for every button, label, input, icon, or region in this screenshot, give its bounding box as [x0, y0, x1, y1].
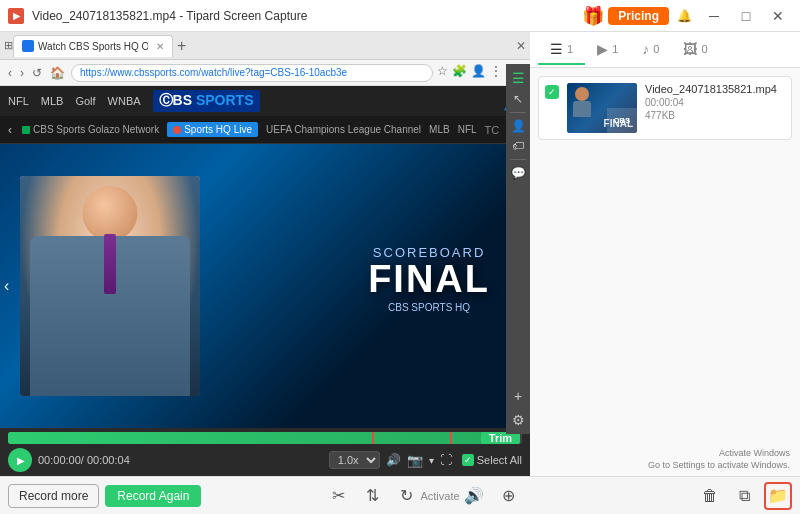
sub-nav-hq[interactable]: Sports HQ Live: [167, 122, 258, 137]
time-display: 00:00:00/ 00:00:04: [38, 454, 130, 466]
browser-tabs: ⊞ Watch CBS Sports HQ Online - L ✕ + ✕: [0, 32, 530, 60]
volume-icon[interactable]: 🔊: [386, 453, 401, 467]
video-tab-icon: ▶: [597, 41, 608, 57]
refresh-icon[interactable]: ↻: [392, 482, 420, 510]
sub-nav-golazo[interactable]: CBS Sports Golazo Network: [22, 124, 159, 135]
sub-nav-ucl[interactable]: UEFA Champions League Channel: [266, 124, 421, 135]
tab-audio[interactable]: ♪ 0: [630, 35, 671, 65]
settings-icon[interactable]: ⋮: [490, 64, 502, 82]
nav-nfl[interactable]: NFL: [8, 95, 29, 107]
checkmark-icon: ✓: [464, 455, 472, 465]
camera-icon[interactable]: 📷: [407, 453, 423, 468]
select-all-checkbox[interactable]: ✓: [462, 454, 474, 466]
camera-dropdown-icon[interactable]: ▾: [429, 455, 434, 466]
sub-nav-nfl[interactable]: NFL: [458, 124, 477, 135]
copy-button[interactable]: ⧉: [730, 482, 758, 510]
address-bar[interactable]: https://www.cbssports.com/watch/live?tag…: [71, 64, 433, 82]
cbs-hero: ‹ SCOREBOARD FINAL: [0, 144, 530, 428]
folder-button[interactable]: 📁: [764, 482, 792, 510]
video-item-duration: 00:00:04: [645, 97, 785, 108]
new-tab-button[interactable]: +: [173, 37, 190, 55]
video-item-size: 477KB: [645, 110, 785, 121]
bell-icon: 🔔: [677, 9, 692, 23]
video-item-name: Video_240718135821.mp4: [645, 83, 785, 95]
browser-tab-active[interactable]: Watch CBS Sports HQ Online - L ✕: [13, 35, 173, 57]
toolbar-chat-icon[interactable]: 💬: [511, 166, 526, 180]
delete-button[interactable]: 🗑: [696, 482, 724, 510]
extensions-icon[interactable]: 🧩: [452, 64, 467, 82]
tab-video-count-2: 1: [612, 43, 618, 55]
scissors-icon[interactable]: ✂: [324, 482, 352, 510]
tab-audio-count: 0: [653, 43, 659, 55]
star-icon[interactable]: ☆: [437, 64, 448, 82]
speed-selector[interactable]: 1.0x 0.5x 1.5x 2.0x: [329, 451, 380, 469]
nav-wnba[interactable]: WNBA: [108, 95, 141, 107]
title-bar: ▶ Video_240718135821.mp4 - Tipard Screen…: [0, 0, 800, 32]
equalizer-icon[interactable]: ⇅: [358, 482, 386, 510]
record-more-button[interactable]: Record more: [8, 484, 99, 508]
list-tab-icon: ☰: [550, 41, 563, 57]
browser-menu-icon[interactable]: ✕: [516, 39, 526, 53]
record-again-button[interactable]: Record Again: [105, 485, 201, 507]
profile-icon[interactable]: 👤: [471, 64, 486, 82]
sub-nav-more[interactable]: TC: [485, 124, 500, 136]
refresh-button[interactable]: ↺: [30, 66, 44, 80]
cbs-sports-site: NFL MLB Golf WNBA ⒸBS SPORTS 👤 ‹ CBS Spo…: [0, 86, 530, 428]
toolbar-tag-icon[interactable]: 🏷: [512, 139, 524, 153]
close-button[interactable]: ✕: [764, 2, 792, 30]
tab-favicon: [22, 40, 34, 52]
cbs-top-nav: NFL MLB Golf WNBA ⒸBS SPORTS 👤: [0, 86, 530, 116]
play-button[interactable]: ▶: [8, 448, 32, 472]
timeline-wrapper: Trim: [8, 432, 522, 444]
right-tabs: ☰ 1 ▶ 1 ♪ 0 🖼 0: [530, 32, 800, 68]
select-all-label[interactable]: ✓ Select All: [462, 454, 522, 466]
timeline-bar[interactable]: Trim: [8, 432, 522, 444]
tab-video-list[interactable]: ☰ 1: [538, 35, 585, 65]
browser-navigation-arrows: ⊞: [4, 39, 13, 52]
window-title: Video_240718135821.mp4 - Tipard Screen C…: [32, 9, 307, 23]
nav-golf[interactable]: Golf: [75, 95, 95, 107]
cbs-sports-logo: ⒸBS SPORTS: [153, 90, 260, 112]
toolbar-add-icon[interactable]: +: [514, 388, 522, 404]
speaker-icon[interactable]: 🔊: [460, 482, 488, 510]
tab-label: Watch CBS Sports HQ Online - L: [38, 41, 148, 52]
cbs-nav-back[interactable]: ‹: [6, 123, 14, 137]
tab-image[interactable]: 🖼 0: [671, 35, 719, 65]
select-all-text: Select All: [477, 454, 522, 466]
maximize-button[interactable]: □: [732, 2, 760, 30]
hero-back-button[interactable]: ‹: [4, 277, 9, 295]
nav-mlb[interactable]: MLB: [41, 95, 64, 107]
cbs-sub-nav: ‹ CBS Sports Golazo Network Sports HQ Li…: [0, 116, 530, 144]
toolbar-cursor-icon[interactable]: ↖: [513, 92, 523, 106]
pricing-button[interactable]: Pricing: [608, 7, 669, 25]
browser-area: ⊞ Watch CBS Sports HQ Online - L ✕ + ✕ ‹…: [0, 32, 530, 428]
sub-nav-mlb[interactable]: MLB: [429, 124, 450, 135]
toolbar-user-icon[interactable]: 👤: [511, 119, 526, 133]
activate-line2: Go to Settings to activate Windows.: [648, 459, 790, 472]
back-button[interactable]: ‹: [6, 66, 14, 80]
more-options-icon[interactable]: ⊕: [494, 482, 522, 510]
toolbar-settings-icon[interactable]: ⚙: [512, 412, 525, 428]
hq-icon: [173, 126, 181, 134]
hero-subtitle: CBS SPORTS HQ: [368, 302, 490, 313]
tab-video[interactable]: ▶ 1: [585, 35, 630, 65]
address-text: https://www.cbssports.com/watch/live?tag…: [80, 67, 347, 78]
toolbar-separator-1: [510, 112, 526, 113]
playback-row: ▶ 00:00:00/ 00:00:04 1.0x 0.5x 1.5x 2.0x…: [8, 448, 522, 472]
forward-button[interactable]: ›: [18, 66, 26, 80]
right-panel: ☰ 1 ▶ 1 ♪ 0 🖼 0 ✓: [530, 32, 800, 514]
fullscreen-icon[interactable]: ⛶: [440, 453, 452, 467]
title-bar-left: ▶ Video_240718135821.mp4 - Tipard Screen…: [8, 8, 307, 24]
video-list-item: ✓ FINAL CBS: [538, 76, 792, 140]
home-button[interactable]: 🏠: [48, 66, 67, 80]
minimize-button[interactable]: ─: [700, 2, 728, 30]
audio-tab-icon: ♪: [642, 41, 649, 57]
windows-activation-notice: Activate Windows Go to Settings to activ…: [648, 447, 790, 472]
bottom-bar: Record more Record Again ✂ ⇅ ↻ Activate …: [0, 476, 530, 514]
video-item-info: Video_240718135821.mp4 00:00:04 477KB: [645, 83, 785, 133]
video-item-checkbox[interactable]: ✓: [545, 85, 559, 99]
grid-icon[interactable]: ⊞: [4, 39, 13, 52]
tab-close-icon[interactable]: ✕: [156, 41, 164, 52]
image-tab-icon: 🖼: [683, 41, 697, 57]
toolbar-list-icon[interactable]: ☰: [512, 70, 525, 86]
